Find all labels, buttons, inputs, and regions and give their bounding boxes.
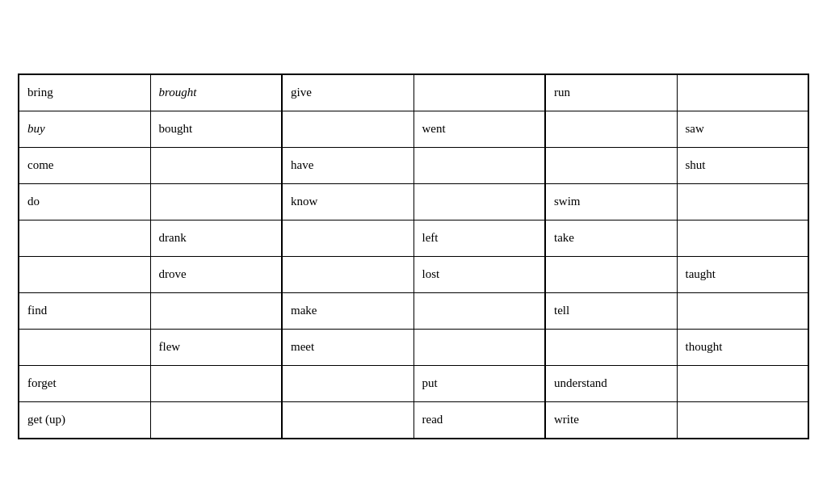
table-row: run [546,75,808,111]
table-row: thought [546,330,808,366]
header-inf-1 [18,65,149,72]
infinitive-cell: write [546,402,677,438]
column-pair-3: runsawshutswimtaketaughttellthoughtunder… [544,75,808,438]
infinitive-cell: buy [19,111,150,147]
past-simple-cell: thought [677,330,808,365]
infinitive-cell [546,111,677,147]
past-simple-cell [150,402,282,438]
infinitive-cell: come [19,148,150,183]
past-simple-cell: left [414,220,545,256]
infinitive-cell [283,220,414,256]
infinitive-cell: swim [546,184,677,220]
infinitive-cell: take [546,220,677,256]
header-group-2 [282,65,546,72]
table-row: put [283,366,544,402]
main-table: bringbroughtbuyboughtcomedodrankdrovefin… [18,74,809,439]
past-simple-cell: lost [414,257,545,292]
past-simple-cell [150,184,282,220]
infinitive-cell: tell [546,293,677,329]
table-row: flew [19,330,281,366]
past-simple-cell [414,75,545,111]
infinitive-cell: give [283,75,414,111]
infinitive-cell [19,330,150,365]
past-simple-cell [414,330,545,365]
past-simple-cell: read [414,402,545,438]
past-simple-cell: saw [677,111,808,147]
infinitive-cell: bring [19,75,150,111]
page-container: bringbroughtbuyboughtcomedodrankdrovefin… [18,65,809,439]
header-group-1 [18,65,282,72]
header-group-3 [545,65,809,72]
infinitive-cell [19,220,150,256]
table-row: left [283,220,544,257]
infinitive-cell: meet [283,330,414,365]
past-simple-cell: put [414,366,545,401]
infinitive-cell [283,402,414,438]
table-row: meet [283,330,544,366]
column-pair-2: givewenthaveknowleftlostmakemeetputread [281,75,544,438]
column-pair-1: bringbroughtbuyboughtcomedodrankdrovefin… [19,75,281,438]
past-simple-cell [677,293,808,329]
header-past-1 [149,65,281,72]
past-simple-cell [677,220,808,256]
infinitive-cell: make [283,293,414,329]
table-row: get (up) [19,402,281,438]
past-simple-cell [414,293,545,329]
table-row: know [283,184,544,220]
header-inf-3 [545,65,677,72]
table-row: have [283,148,544,184]
infinitive-cell [19,257,150,292]
past-simple-cell: brought [150,75,282,111]
header-inf-2 [282,65,414,72]
past-simple-cell [677,184,808,220]
table-row: give [283,75,544,111]
infinitive-cell: do [19,184,150,220]
table-row: make [283,293,544,330]
infinitive-cell: understand [546,366,677,401]
table-row: saw [546,111,808,148]
table-row: taught [546,257,808,293]
table-row: do [19,184,281,220]
infinitive-cell: know [283,184,414,220]
header-past-3 [678,65,809,72]
past-simple-cell: drank [150,220,282,256]
past-simple-cell: bought [150,111,282,147]
table-row: drank [19,220,281,257]
header-past-2 [414,65,545,72]
table-row: forget [19,366,281,402]
infinitive-cell [283,366,414,401]
past-simple-cell [150,148,282,183]
past-simple-cell: flew [150,330,282,365]
table-row: read [283,402,544,438]
table-row: find [19,293,281,330]
table-row: lost [283,257,544,293]
table-row: swim [546,184,808,220]
infinitive-cell [546,330,677,365]
past-simple-cell [677,75,808,111]
table-row: buybought [19,111,281,148]
infinitive-cell [283,257,414,292]
infinitive-cell: forget [19,366,150,401]
infinitive-cell: run [546,75,677,111]
infinitive-cell [546,257,677,292]
past-simple-cell: drove [150,257,282,292]
infinitive-cell: get (up) [19,402,150,438]
past-simple-cell: taught [677,257,808,292]
table-row: come [19,148,281,184]
infinitive-cell: find [19,293,150,329]
past-simple-cell [150,293,282,329]
past-simple-cell [150,366,282,401]
table-row: tell [546,293,808,330]
past-simple-cell [677,366,808,401]
table-row: drove [19,257,281,293]
past-simple-cell: shut [677,148,808,183]
infinitive-cell: have [283,148,414,183]
table-row: shut [546,148,808,184]
table-row: write [546,402,808,438]
past-simple-cell: went [414,111,545,147]
past-simple-cell [677,402,808,438]
table-headers [18,65,809,72]
table-row: take [546,220,808,257]
past-simple-cell [414,184,545,220]
past-simple-cell [414,148,545,183]
